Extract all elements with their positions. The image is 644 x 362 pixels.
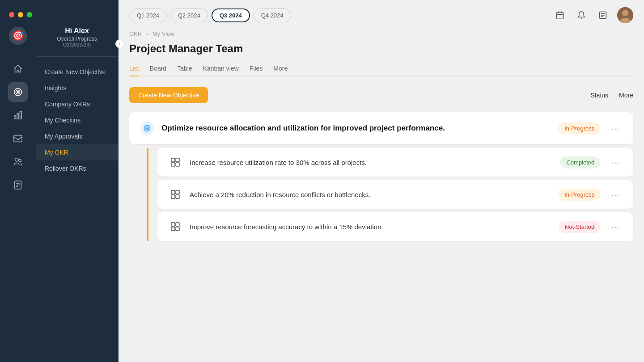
kr-status-badge-1: Completed (560, 156, 601, 168)
kr-card-1: Increase resource utilization rate to 30… (157, 148, 633, 177)
svg-rect-13 (557, 12, 564, 19)
sidebar-user-name: Hi Alex (43, 27, 111, 35)
objective-icon (140, 121, 154, 135)
key-results-section: Increase resource utilization rate to 30… (147, 148, 633, 241)
kr-icon-1 (168, 155, 182, 169)
kr-icon-2 (168, 187, 182, 202)
topbar-actions (553, 7, 633, 23)
svg-rect-32 (171, 223, 175, 226)
kr-icon-3 (168, 219, 182, 234)
svg-rect-27 (176, 163, 179, 166)
kr-text-2: Achieve a 20% reduction in resource conf… (190, 191, 551, 198)
icon-bar: 🎯 (0, 0, 36, 362)
toolbar: Create New Objective Status More (129, 87, 633, 103)
sidebar-item-my-checkins[interactable]: My Checkins (36, 112, 118, 128)
sidebar-item-create-new-objective[interactable]: Create New Objective (36, 64, 118, 80)
kr-status-badge-3: Not-Started (559, 221, 601, 233)
kr-card-3: Improve resource forecasting accuracy to… (157, 212, 633, 241)
kr-card-2: Achieve a 20% reduction in resource conf… (157, 180, 633, 209)
svg-point-8 (19, 160, 21, 162)
page-content: OKR › My View Project Manager Team List … (119, 30, 644, 362)
toolbar-right: Status More (590, 92, 633, 99)
sidebar-user-period: Q2(2022-23) (43, 42, 111, 47)
main-content: Q1 2024 Q2 2024 Q3 2024 Q4 2024 OKR › (119, 0, 644, 362)
svg-rect-35 (176, 227, 179, 231)
traffic-light-green[interactable] (27, 12, 32, 17)
notes-icon[interactable] (596, 8, 610, 22)
nav-okr[interactable] (8, 82, 28, 102)
toolbar-more-label[interactable]: More (619, 92, 633, 99)
objective-more-button[interactable]: ··· (608, 122, 623, 135)
nav-inbox[interactable] (8, 129, 28, 148)
nav-team[interactable] (8, 152, 28, 172)
svg-rect-34 (171, 227, 175, 231)
quarter-q4-2024[interactable]: Q4 2024 (254, 8, 291, 22)
objective-status-badge: In-Progress (558, 122, 601, 135)
quarter-q1-2024[interactable]: Q1 2024 (129, 8, 167, 22)
sidebar-nav: Create New Objective Insights Company OK… (36, 60, 118, 180)
page-title: Project Manager Team (129, 42, 633, 55)
app-logo[interactable]: 🎯 (9, 27, 27, 45)
svg-rect-3 (14, 115, 16, 119)
sidebar-item-insights[interactable]: Insights (36, 80, 118, 96)
svg-rect-31 (176, 195, 179, 198)
traffic-light-red[interactable] (9, 12, 14, 17)
svg-rect-24 (171, 158, 175, 162)
tabs: List Board Table Kanban view Files More (129, 61, 633, 76)
sidebar-user-info: Hi Alex Overall Progress Q2(2022-23) (36, 0, 118, 57)
tab-table[interactable]: Table (177, 61, 192, 76)
svg-rect-25 (176, 158, 179, 162)
kr-more-button-3[interactable]: ··· (608, 220, 623, 234)
tab-kanban[interactable]: Kanban view (203, 61, 239, 76)
quarter-q2-2024[interactable]: Q2 2024 (170, 8, 208, 22)
quarter-selector: Q1 2024 Q2 2024 Q3 2024 Q4 2024 (129, 8, 291, 22)
notification-icon[interactable] (574, 8, 589, 22)
svg-rect-28 (171, 190, 175, 194)
objective-card: Optimize resource allocation and utiliza… (129, 112, 633, 144)
create-new-objective-button[interactable]: Create New Objective (129, 87, 208, 103)
kr-text-1: Increase resource utilization rate to 30… (190, 159, 553, 166)
calendar-icon[interactable] (553, 8, 567, 22)
quarter-q3-2024[interactable]: Q3 2024 (212, 8, 250, 22)
breadcrumb-root: OKR (129, 30, 142, 37)
nav-reports[interactable] (8, 175, 28, 195)
svg-rect-6 (14, 135, 22, 142)
sidebar-toggle[interactable]: › (115, 39, 124, 48)
svg-point-2 (17, 92, 19, 93)
svg-rect-30 (171, 195, 175, 198)
sidebar: Hi Alex Overall Progress Q2(2022-23) Cre… (36, 0, 119, 362)
tab-list[interactable]: List (129, 61, 139, 76)
svg-point-23 (147, 128, 148, 129)
svg-rect-26 (171, 163, 175, 166)
sidebar-item-my-okr[interactable]: My OKR (36, 144, 118, 160)
kr-status-badge-2: In-Progress (558, 189, 601, 201)
tab-files[interactable]: Files (250, 61, 263, 76)
kr-more-button-2[interactable]: ··· (608, 188, 623, 202)
svg-point-7 (15, 158, 18, 161)
tab-more[interactable]: More (273, 61, 288, 76)
svg-rect-4 (17, 113, 19, 119)
objective-text: Optimize resource allocation and utiliza… (161, 123, 551, 134)
svg-rect-29 (176, 190, 179, 194)
traffic-light-yellow[interactable] (18, 12, 23, 17)
sidebar-item-company-okrs[interactable]: Company OKRs (36, 96, 118, 112)
toolbar-status-label: Status (590, 92, 608, 99)
svg-rect-5 (20, 112, 22, 119)
tab-board[interactable]: Board (150, 61, 166, 76)
nav-analytics[interactable] (8, 105, 28, 125)
kr-more-button-1[interactable]: ··· (608, 156, 623, 169)
sidebar-user-progress-label: Overall Progress (43, 36, 111, 42)
sidebar-item-rollover-okrs[interactable]: Rollover OKRs (36, 160, 118, 177)
breadcrumb-separator: › (146, 30, 148, 37)
breadcrumb-current: My View (153, 30, 174, 37)
kr-text-3: Improve resource forecasting accuracy to… (190, 223, 551, 231)
svg-rect-33 (176, 223, 179, 226)
topbar: Q1 2024 Q2 2024 Q3 2024 Q4 2024 (119, 0, 644, 30)
nav-home[interactable] (8, 59, 28, 79)
breadcrumb: OKR › My View (129, 30, 633, 37)
sidebar-item-my-approvals[interactable]: My Approvals (36, 128, 118, 144)
traffic-lights (9, 12, 32, 17)
user-avatar[interactable] (617, 7, 633, 23)
